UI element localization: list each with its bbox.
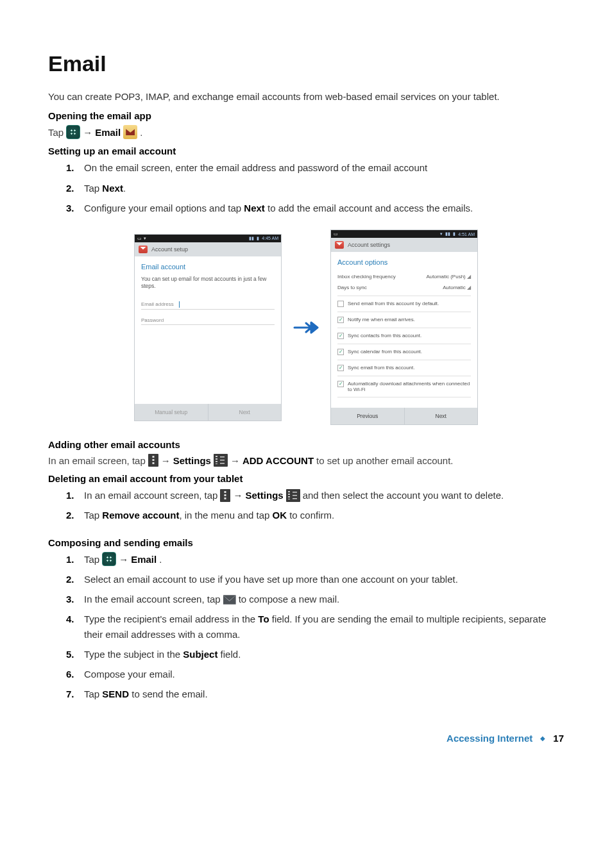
text: field. [217,649,241,660]
body-description: You can set up email for most accounts i… [141,276,275,290]
option-value: Automatic (Push) [426,274,465,280]
page-footer: Accessing Internet ◆ 17 [48,733,564,744]
text: Tap [84,689,102,699]
list-item: Tap SEND to send the email. [66,687,564,706]
text: and then select the account you want to … [303,488,504,503]
list-item: Tap Remove account, in the menu and tap … [66,508,564,528]
checkbox-row[interactable]: Send email from this account by default. [337,299,471,309]
email-label: Email [95,127,121,138]
diamond-icon: ◆ [540,735,545,742]
intro-text: You can create POP3, IMAP, and exchange … [48,89,564,104]
inbox-frequency-row[interactable]: Inbox checking frequency Automatic (Push… [337,271,471,282]
arrow-glyph: → [233,488,242,503]
adding-instruction: In an email screen, tap → Settings → ADD… [48,454,564,467]
field-label: Email address [141,301,174,307]
email-icon [123,125,137,139]
card-body: Account options Inbox checking frequency… [331,252,477,408]
text: . [123,183,126,194]
nav-icon: ▭ [334,231,338,237]
composing-steps: Tap → Email. Select an email account to … [66,552,564,707]
status-bar: ▭▾ ▮▮ ▮ 4:45 AM [135,235,281,242]
wifi-icon: ▾ [440,231,443,237]
bottom-bar: Manual setup Next [135,404,281,421]
checkbox-row[interactable]: ✓Sync contacts from this account. [337,331,471,341]
arrow-glyph: → [161,455,171,466]
text: Tap [48,127,64,138]
nav-icon: ▭ [137,236,142,241]
to-field-label: To [258,613,269,624]
page-number: 17 [553,733,564,744]
status-time: 4:45 AM [262,236,278,240]
arrow-icon [293,320,319,335]
bottom-bar: Previous Next [331,408,477,424]
password-field[interactable]: Password [141,313,275,325]
app-bar: Account settings [331,238,477,252]
previous-button[interactable]: Previous [331,408,404,424]
period: . [140,127,142,138]
next-button[interactable]: Next [208,404,282,421]
checkbox-label: Notify me when email arrives. [348,317,415,322]
text: , in the menu and tap [179,510,272,521]
deleting-title: Deleting an email account from your tabl… [48,473,564,484]
status-time: 4:51 AM [458,232,475,237]
text: Type the subject in the [84,649,183,660]
next-label: Next [244,203,265,213]
checkbox-label: Sync calendar from this account. [348,349,422,355]
page-title: Email [48,51,564,76]
setting-up-title: Setting up an email account [48,146,564,156]
text: In an email account screen, tap [84,488,217,503]
list-item: In the email account screen, tap to comp… [66,592,564,612]
checkbox-icon [337,301,344,307]
arrow-glyph: → [119,552,128,567]
checkbox-row[interactable]: ✓Notify me when email arrives. [337,315,471,325]
checkbox-label: Send email from this account by default. [348,301,439,306]
manual-setup-button[interactable]: Manual setup [135,404,208,421]
figure-screenshots: ▭▾ ▮▮ ▮ 4:45 AM Account setup Email acco… [48,230,564,425]
text: Tap [84,552,99,567]
divider [337,397,471,397]
apps-icon [66,125,80,139]
screenshot-account-options: ▭ ▾ ▮▮ ▮ 4:51 AM Account settings Accoun… [330,230,478,425]
divider [337,376,471,376]
next-label: Next [102,183,123,194]
text: Tap [84,183,102,194]
text: In the email account screen, tap [84,592,221,606]
status-bar: ▭ ▾ ▮▮ ▮ 4:51 AM [331,230,477,238]
overflow-menu-icon [220,489,230,502]
list-item: Tap → Email. [66,552,564,572]
list-item: In an email account screen, tap → Settin… [66,488,564,508]
text: Configure your email options and tap [84,203,244,213]
text: Tap [84,510,102,521]
next-button[interactable]: Next [404,408,478,424]
list-item: Type the recipient's email address in th… [66,612,564,647]
list-item: Configure your email options and tap Nex… [66,201,564,221]
wifi-icon: ▾ [144,236,146,241]
checkbox-icon: ✓ [337,317,344,323]
list-item: Select an email account to use if you ha… [66,572,564,592]
checkbox-row[interactable]: ✓Sync email from this account. [337,363,471,373]
chevron-down-icon: ◢ [467,285,471,290]
checkbox-label: Automatically download attachments when … [348,381,471,392]
body-title: Account options [337,258,471,266]
email-field[interactable]: Email address [141,297,275,310]
text: to confirm. [287,510,334,521]
remove-account-label: Remove account [102,510,179,521]
checkbox-row[interactable]: ✓Sync calendar from this account. [337,347,471,357]
opening-instruction: Tap → Email . [48,125,564,139]
checkbox-label: Sync email from this account. [348,365,414,371]
battery-icon: ▮ [453,231,455,237]
composing-title: Composing and sending emails [48,537,564,548]
app-bar: Account setup [135,242,281,256]
period: . [159,552,162,567]
setting-up-steps: On the email screen, enter the email add… [66,160,564,221]
checkbox-icon: ✓ [337,365,344,371]
checkbox-icon: ✓ [337,381,344,387]
checkbox-row[interactable]: ✓Automatically download attachments when… [337,379,471,394]
list-item: Compose your email. [66,667,564,687]
text: In an email screen, tap [48,455,146,466]
list-item: Tap Next. [66,181,564,201]
days-sync-row[interactable]: Days to sync Automatic ◢ [337,282,471,293]
settings-label: Settings [173,455,211,466]
checkbox-label: Sync contacts from this account. [348,333,421,338]
text: Type the recipient's email address in th… [84,613,258,624]
